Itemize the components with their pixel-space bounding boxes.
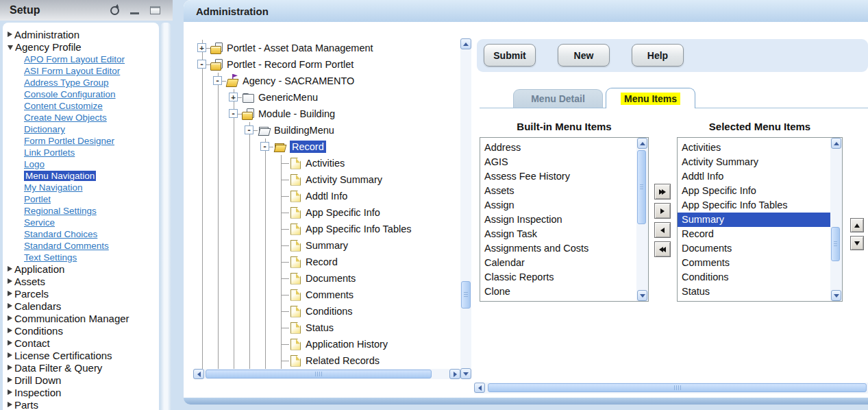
list-item-address[interactable]: Address bbox=[480, 141, 636, 155]
sidebar-link-form-portlet-designer[interactable]: Form Portlet Designer bbox=[24, 136, 114, 146]
scroll-up-button[interactable] bbox=[637, 138, 647, 149]
sidebar-item-drill-down[interactable]: Drill Down bbox=[7, 374, 159, 386]
move-all-left-button[interactable] bbox=[654, 241, 671, 257]
tab-menu-items[interactable]: Menu Items bbox=[606, 88, 695, 108]
list-item-agis[interactable]: AGIS bbox=[480, 155, 636, 169]
scroll-down-button[interactable] bbox=[460, 368, 471, 379]
list-item-documents[interactable]: Documents bbox=[678, 241, 830, 256]
minimize-icon[interactable] bbox=[130, 12, 139, 14]
tree-toggle-expand-button[interactable]: + bbox=[197, 43, 206, 52]
move-down-button[interactable] bbox=[850, 236, 864, 250]
list-item-app-specific-info[interactable]: App Specific Info bbox=[678, 184, 830, 198]
sidebar-item-calendars[interactable]: Calendars bbox=[7, 300, 159, 312]
move-up-button[interactable] bbox=[850, 218, 864, 232]
sidebar-link-menu-navigation[interactable]: Menu Navigation bbox=[24, 171, 96, 181]
list-vertical-scrollbar[interactable] bbox=[636, 138, 648, 301]
scroll-thumb[interactable] bbox=[461, 281, 471, 309]
new-button[interactable]: New bbox=[558, 44, 610, 67]
tree-toggle-collapse-button[interactable]: - bbox=[229, 109, 238, 118]
sidebar-item-assets[interactable]: Assets bbox=[7, 275, 159, 287]
sidebar-link-standard-choices[interactable]: Standard Choices bbox=[24, 229, 97, 239]
scroll-up-button[interactable] bbox=[831, 138, 841, 149]
sidebar-link-regional-settings[interactable]: Regional Settings bbox=[24, 206, 97, 216]
refresh-icon[interactable] bbox=[110, 6, 119, 15]
sidebar-item-administration[interactable]: Administration bbox=[7, 28, 159, 40]
tree-toggle-collapse-button[interactable]: - bbox=[245, 125, 253, 134]
sidebar-item-data-filter-query[interactable]: Data Filter & Query bbox=[7, 361, 159, 374]
sidebar-link-standard-comments[interactable]: Standard Comments bbox=[24, 241, 109, 251]
submit-button[interactable]: Submit bbox=[484, 44, 536, 67]
sidebar-link-text-settings[interactable]: Text Settings bbox=[24, 252, 77, 263]
sidebar-link-console-configuration[interactable]: Console Configuration bbox=[24, 89, 116, 99]
tree-row-status[interactable]: Status bbox=[195, 319, 460, 336]
help-button[interactable]: Help bbox=[632, 44, 684, 67]
list-item-calendar[interactable]: Calendar bbox=[480, 256, 636, 270]
tree-row-portlet-record-form-portlet[interactable]: -Portlet - Record Form Portlet bbox=[195, 56, 460, 73]
sidebar-link-asi-form-layout-editor[interactable]: ASI Form Layout Editor bbox=[24, 66, 120, 76]
tree-row-activity-summary[interactable]: Activity Summary bbox=[195, 171, 460, 188]
sidebar-item-contact[interactable]: Contact bbox=[7, 337, 159, 349]
sidebar-scrollbar-track[interactable] bbox=[160, 23, 171, 410]
scroll-thumb[interactable] bbox=[488, 383, 867, 392]
scroll-right-button[interactable] bbox=[449, 369, 460, 379]
list-item-comments[interactable]: Comments bbox=[678, 256, 830, 270]
list-item-assets[interactable]: Assets bbox=[480, 184, 636, 198]
list-item-app-specific-info-tables[interactable]: App Specific Info Tables bbox=[678, 198, 830, 213]
tree-row-activities[interactable]: Activities bbox=[195, 155, 460, 171]
sidebar-link-address-type-group[interactable]: Address Type Group bbox=[24, 77, 109, 88]
tree-row-module-building[interactable]: -Module - Building bbox=[195, 106, 460, 122]
scroll-up-button[interactable] bbox=[460, 38, 471, 49]
move-all-right-button[interactable] bbox=[654, 184, 671, 200]
sidebar-item-communication-manager[interactable]: Communication Manager bbox=[7, 312, 159, 324]
sidebar-item-inspection[interactable]: Inspection bbox=[7, 386, 159, 398]
scroll-thumb[interactable] bbox=[637, 150, 646, 224]
sidebar-item-parcels[interactable]: Parcels bbox=[7, 287, 159, 300]
detail-horizontal-scrollbar[interactable] bbox=[474, 383, 868, 394]
list-item-addtl-info[interactable]: Addtl Info bbox=[678, 169, 830, 184]
scroll-left-button[interactable] bbox=[193, 369, 204, 379]
tree-horizontal-scrollbar[interactable] bbox=[193, 369, 460, 379]
tree-row-buildingmenu[interactable]: -BuildingMenu bbox=[195, 122, 460, 138]
scroll-thumb[interactable] bbox=[831, 227, 840, 261]
tree-row-conditions[interactable]: Conditions bbox=[195, 303, 460, 319]
tree-row-related-records[interactable]: Related Records bbox=[195, 352, 460, 369]
sidebar-link-my-navigation[interactable]: My Navigation bbox=[24, 182, 83, 193]
list-item-conditions[interactable]: Conditions bbox=[678, 270, 830, 285]
tree-row-agency-sacramento[interactable]: -Agency - SACRAMENTO bbox=[195, 73, 460, 89]
sidebar-link-content-customize[interactable]: Content Customize bbox=[24, 101, 103, 111]
tree-row-app-specific-info-tables[interactable]: App Specific Info Tables bbox=[195, 221, 460, 237]
list-item-summary[interactable]: Summary bbox=[678, 213, 830, 227]
sidebar-link-logo[interactable]: Logo bbox=[24, 159, 45, 169]
list-item-activities[interactable]: Activities bbox=[678, 141, 830, 155]
sidebar-link-apo-form-layout-editor[interactable]: APO Form Layout Editor bbox=[24, 54, 125, 64]
list-item-assess-fee-history[interactable]: Assess Fee History bbox=[480, 169, 636, 184]
scroll-thumb[interactable] bbox=[206, 370, 432, 378]
scroll-down-button[interactable] bbox=[831, 290, 841, 301]
sidebar-link-service[interactable]: Service bbox=[24, 217, 55, 228]
sidebar-link-portlet[interactable]: Portlet bbox=[24, 194, 51, 204]
list-item-assign-inspection[interactable]: Assign Inspection bbox=[480, 213, 636, 227]
list-item-record[interactable]: Record bbox=[678, 227, 830, 241]
list-item-status[interactable]: Status bbox=[678, 285, 830, 299]
tree-row-summary[interactable]: Summary bbox=[195, 237, 460, 254]
sidebar-item-application[interactable]: Application bbox=[7, 263, 159, 275]
tree-toggle-collapse-button[interactable]: - bbox=[197, 60, 206, 69]
tree-vertical-scrollbar[interactable] bbox=[460, 38, 471, 379]
tree-toggle-expand-button[interactable]: + bbox=[229, 93, 238, 101]
sidebar-link-link-portlets[interactable]: Link Portlets bbox=[24, 147, 75, 158]
sidebar-item-agency-profile[interactable]: Agency Profile bbox=[7, 40, 159, 53]
sidebar-item-license-certifications[interactable]: License Certifications bbox=[7, 349, 159, 361]
tree-row-comments[interactable]: Comments bbox=[195, 287, 460, 303]
sidebar-link-create-new-objects[interactable]: Create New Objects bbox=[24, 112, 107, 123]
tree-row-portlet-asset-data-management[interactable]: +Portlet - Asset Data Management bbox=[195, 40, 460, 56]
tree-row-record[interactable]: -Record bbox=[195, 138, 460, 155]
tree-row-genericmenu[interactable]: +GenericMenu bbox=[195, 89, 460, 106]
scroll-left-button[interactable] bbox=[474, 383, 485, 393]
list-item-classic-reports[interactable]: Classic Reports bbox=[480, 270, 636, 285]
tree-toggle-collapse-button[interactable]: - bbox=[260, 142, 269, 151]
tree-row-documents[interactable]: Documents bbox=[195, 270, 460, 287]
tree-row-app-specific-info[interactable]: App Specific Info bbox=[195, 204, 460, 221]
move-left-button[interactable] bbox=[654, 222, 671, 238]
list-item-assignments-and-costs[interactable]: Assignments and Costs bbox=[480, 241, 636, 256]
sidebar-link-dictionary[interactable]: Dictionary bbox=[24, 124, 65, 134]
